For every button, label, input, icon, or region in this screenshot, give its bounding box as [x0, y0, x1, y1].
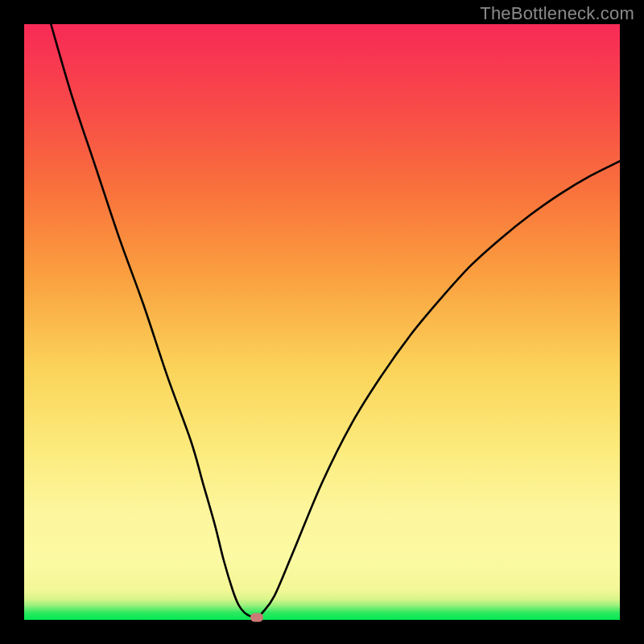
bottleneck-curve [24, 24, 620, 620]
watermark-text: TheBottleneck.com [480, 3, 634, 24]
chart-frame: TheBottleneck.com [0, 0, 644, 644]
plot-area [24, 24, 620, 620]
optimal-point-marker [250, 613, 263, 622]
